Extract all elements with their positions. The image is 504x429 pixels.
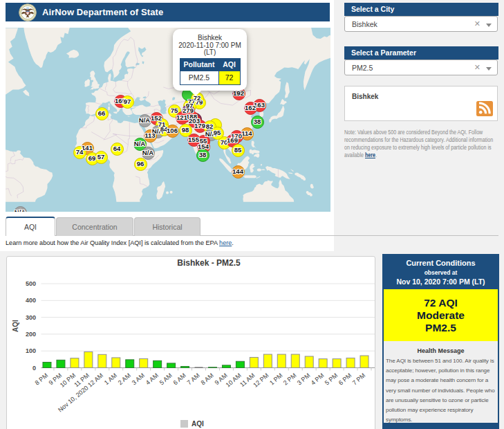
aqi-chart-panel: Bishkek - PM2.50100200300400500AQI8 PM9 … (6, 256, 375, 429)
aqi-marker-label: 66 (88, 109, 115, 117)
popup-city: Bishkek (173, 35, 247, 42)
aqi-pollutant: PM2.5 (384, 322, 498, 334)
learn-more-text: Learn more about how the Air Quality Ind… (6, 239, 252, 246)
note-here-link[interactable]: here (365, 152, 375, 158)
tab-concentration[interactable]: Concentration (56, 217, 133, 236)
learn-more-prefix: Learn more about how the Air Quality Ind… (6, 239, 219, 246)
aqi-marker-label: 38 (243, 118, 271, 125)
select-city-header: Select a City (344, 3, 498, 16)
current-conditions-panel: Current Conditions observed at Nov 10, 2… (382, 254, 499, 429)
aqi-marker-label: 95 (203, 129, 231, 136)
health-message-title: Health Message (384, 347, 498, 354)
svg-text:4 AM: 4 AM (144, 372, 160, 386)
svg-text:500: 500 (26, 280, 36, 287)
select-parameter-header: Select a Parameter (344, 46, 498, 60)
aqi-summary-box: 72 AQI Moderate PM2.5 (384, 289, 498, 341)
parameter-select[interactable]: PM2.5 ✕ (344, 60, 498, 75)
feed-city-title: Bishkek (352, 93, 378, 100)
parameter-clear-icon[interactable]: ✕ (474, 63, 480, 72)
city-dropdown-arrow-icon[interactable] (486, 24, 492, 27)
svg-text:2 AM: 2 AM (117, 372, 132, 386)
aqi-marker-label: 97 (113, 98, 141, 105)
popup-timezone: (LT) (173, 49, 247, 57)
tab-bar: AQI Concentration Historical (6, 217, 498, 236)
health-message-box: Health Message The AQI is between 51 and… (384, 341, 498, 423)
observed-at-datetime: Nov 10, 2020 7:00 PM (LT) (382, 277, 499, 286)
aqi-marker-label: 96 (127, 160, 154, 167)
app-title: AirNow Department of State (42, 7, 163, 17)
current-conditions-title: Current Conditions (382, 259, 499, 267)
svg-text:8 AM: 8 AM (200, 372, 215, 386)
rss-icon[interactable] (476, 101, 493, 116)
svg-text:100: 100 (26, 347, 36, 354)
svg-text:6 PM: 6 PM (337, 372, 353, 386)
aqi-marker-label: 144 (224, 167, 252, 175)
popup-col-aqi: AQI (218, 58, 240, 71)
aqi-marker-label: 113 (136, 131, 164, 139)
svg-text:2 PM: 2 PM (282, 372, 298, 386)
feed-box: Bishkek (344, 86, 498, 121)
svg-text:10 PM: 10 PM (59, 372, 77, 388)
svg-text:8 PM: 8 PM (34, 372, 50, 386)
svg-text:7 PM: 7 PM (351, 372, 367, 386)
svg-text:7 AM: 7 AM (186, 372, 201, 386)
parameter-dropdown-arrow-icon[interactable] (486, 67, 492, 71)
us-state-department-seal-icon (19, 3, 37, 21)
note-text: Note: Values above 500 are considered Be… (344, 129, 499, 159)
aqi-marker-label: 38 (189, 151, 216, 158)
svg-text:AQI: AQI (192, 420, 204, 428)
svg-text:1 AM: 1 AM (103, 372, 118, 386)
svg-text:12 PM: 12 PM (252, 372, 270, 388)
popup-pollutant-value: PM2.5 (180, 71, 218, 84)
tab-historical[interactable]: Historical (134, 217, 200, 236)
svg-text:4 PM: 4 PM (310, 372, 326, 386)
popup-table: Pollutant AQI PM2.5 72 (180, 58, 241, 85)
city-select[interactable]: Bishkek ✕ (344, 16, 498, 32)
svg-text:1 PM: 1 PM (268, 372, 284, 386)
health-message-text: The AQI is between 51 and 100. Air quali… (386, 356, 497, 425)
svg-text:6 AM: 6 AM (172, 372, 187, 386)
svg-text:3 PM: 3 PM (296, 372, 312, 386)
world-aqi-map[interactable]: 56N/A6616997N/A1527571N/A84106113N/AN/A9… (6, 28, 330, 212)
aqi-marker-label: N/A (6, 208, 34, 212)
city-select-value: Bishkek (352, 20, 377, 28)
svg-text:300: 300 (26, 314, 36, 321)
svg-text:AQI: AQI (12, 320, 19, 332)
parameter-select-value: PM2.5 (352, 64, 373, 72)
aqi-category: Moderate (384, 309, 498, 322)
aqi-marker-label: 64 (103, 145, 131, 152)
aqi-marker-label: N/A (134, 149, 162, 156)
svg-text:Bishkek - PM2.5: Bishkek - PM2.5 (177, 258, 241, 268)
aqi-marker-label: 56 (6, 145, 12, 153)
aqi-marker-label: 98 (171, 126, 199, 134)
svg-text:0: 0 (32, 365, 36, 372)
aqi-marker-label: 154 (189, 143, 217, 150)
learn-more-suffix: . (232, 239, 234, 246)
aqi-bar-chart: Bishkek - PM2.50100200300400500AQI8 PM9 … (7, 257, 375, 429)
popup-col-pollutant: Pollutant (180, 58, 218, 71)
svg-text:3 AM: 3 AM (131, 372, 146, 386)
epa-link[interactable]: here (219, 239, 232, 246)
city-clear-icon[interactable]: ✕ (474, 19, 480, 28)
observed-at-label: observed at (382, 269, 499, 276)
app-header: AirNow Department of State (6, 3, 330, 21)
svg-text:5 AM: 5 AM (158, 372, 174, 386)
svg-text:5 PM: 5 PM (324, 372, 339, 386)
popup-tip (190, 91, 201, 96)
svg-text:200: 200 (26, 331, 36, 338)
aqi-marker-label: 57 (87, 153, 115, 161)
note-suffix: . (375, 152, 377, 158)
svg-text:400: 400 (26, 297, 36, 304)
map-popup: Bishkek 2020-11-10 7:00 PM (LT) Pollutan… (173, 29, 247, 91)
tab-aqi[interactable]: AQI (6, 217, 55, 236)
aqi-marker-label: 85 (224, 146, 252, 154)
aqi-value: 72 AQI (384, 297, 498, 309)
svg-text:10 AM: 10 AM (225, 372, 243, 388)
aqi-marker-label: 162 (236, 104, 264, 111)
popup-aqi-value: 72 (218, 71, 240, 84)
